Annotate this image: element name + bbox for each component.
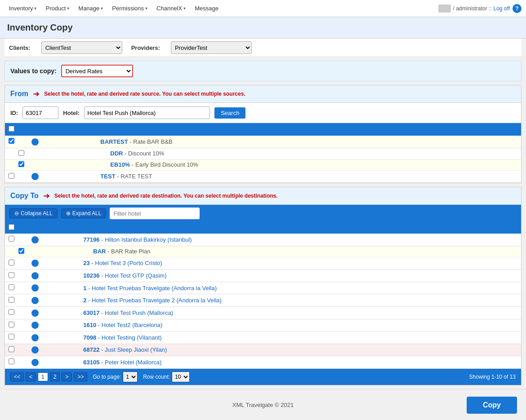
hotel-23-checkbox[interactable]: [9, 260, 14, 265]
providers-label: Providers:: [131, 44, 160, 51]
circle-icon: [31, 334, 39, 341]
plus-icon: ⊕: [66, 210, 71, 217]
top-navbar: Inventory ▾ Product ▾ Manage ▾ Permissio…: [0, 0, 526, 17]
footer: XML Travelgate © 2021 Copy: [0, 389, 526, 420]
circle-icon: [31, 260, 39, 267]
copy-to-title: Copy To: [10, 192, 39, 200]
pagination-bar: << < 1 2 > >> Go to page: 1 2 Row count:…: [5, 369, 521, 385]
hotel-label: Hotel:: [63, 110, 80, 116]
from-rate-table: BARTEST - Rate BAR B&B DDR - Discount 10…: [5, 123, 521, 183]
copy-to-section: Copy To ➜ Select the hotel, rate and der…: [4, 187, 522, 385]
clients-providers-row: Clients: ClientTest Providers: ProviderT…: [4, 39, 522, 57]
goto-page-select[interactable]: 1 2: [123, 371, 138, 382]
values-to-copy-label: Values to copy:: [10, 67, 57, 75]
copy-to-hotel-table: 77196 - Hilton Istanbul Bakirkoy (Istanb…: [5, 222, 521, 369]
nav-manage[interactable]: Manage ▾: [74, 0, 107, 17]
circle-icon: [31, 236, 39, 243]
from-sub-row-ddr: DDR - Discount 10%: [5, 148, 521, 159]
page-title: Inventory Copy: [7, 22, 519, 33]
copy-to-header: Copy To ➜ Select the hotel, rate and der…: [5, 187, 521, 205]
rowcount-label: Row count:: [143, 374, 170, 380]
copy-main-button[interactable]: Copy: [467, 397, 517, 414]
hotel-1-checkbox[interactable]: [9, 284, 14, 290]
circle-icon: [31, 322, 39, 329]
page-first-button[interactable]: <<: [10, 372, 24, 381]
from-sub-row-eb10: EB10% - Early Bird Discount 10%: [5, 159, 521, 170]
rowcount-select[interactable]: 10 25 50: [172, 371, 190, 382]
search-button[interactable]: Search: [214, 107, 245, 119]
hotel-10236-checkbox[interactable]: [9, 272, 14, 278]
circle-icon: [31, 359, 39, 366]
minus-icon: ⊖: [14, 210, 19, 217]
chevron-down-icon: ▾: [101, 6, 103, 11]
hotel-row-7098: 7098 - Hotel Testing (Vilanant): [5, 332, 521, 344]
test-checkbox[interactable]: [9, 173, 14, 179]
chevron-down-icon: ▾: [34, 6, 36, 11]
hotel-name-input[interactable]: [84, 106, 210, 119]
page-2-button[interactable]: 2: [50, 372, 60, 381]
chevron-down-icon: ▾: [67, 6, 69, 11]
bar-rate-checkbox[interactable]: [18, 248, 24, 254]
eb10-checkbox[interactable]: [18, 161, 24, 167]
id-label: ID:: [10, 110, 18, 116]
hotel-7098-checkbox[interactable]: [9, 334, 14, 340]
chevron-down-icon: ▾: [145, 6, 147, 11]
hotel-1610-checkbox[interactable]: [9, 322, 14, 327]
copy-to-select-all-checkbox[interactable]: [9, 224, 14, 230]
from-table-header: [5, 123, 521, 136]
circle-icon: [31, 284, 39, 292]
nav-permissions[interactable]: Permissions ▾: [107, 0, 152, 17]
arrow-right-icon: ➜: [33, 89, 40, 99]
hotel-id-input[interactable]: [22, 106, 58, 119]
clients-label: Clients:: [9, 44, 31, 51]
pagination-controls: << < 1 2 > >> Go to page: 1 2 Row count:…: [10, 371, 190, 382]
hotel-row-10236: 10236 - Hotel Test GTP (Qasim): [5, 270, 521, 282]
hotel-row-1: 1 - Hotel Test Pruebas Travelgate (Andor…: [5, 282, 521, 294]
from-select-all-checkbox[interactable]: [9, 126, 14, 132]
circle-icon: [31, 173, 39, 180]
logoff-link[interactable]: Log off: [494, 5, 510, 12]
page-1-button[interactable]: 1: [38, 372, 48, 381]
page-last-button[interactable]: >>: [74, 372, 87, 381]
hotel-row-77196: 77196 - Hilton Istanbul Bakirkoy (Istanb…: [5, 234, 521, 246]
nav-product[interactable]: Product ▾: [41, 0, 74, 17]
chevron-down-icon: ▾: [183, 6, 186, 11]
copy-to-table-header: [5, 222, 521, 234]
hotel-77196-sub-bar: BAR - BAR Rate Plan: [5, 246, 521, 257]
values-to-copy-bar: Values to copy: Derived Rates: [4, 61, 522, 81]
user-avatar: [438, 4, 451, 13]
nav-inventory[interactable]: Inventory ▾: [4, 0, 41, 17]
hotel-63105-checkbox[interactable]: [9, 358, 14, 364]
hotel-row-23: 23 - Hotel Test 3 (Porto Cristo): [5, 257, 521, 270]
nav-channelx[interactable]: ChannelX ▾: [152, 0, 190, 17]
hotel-row-2: 2 - Hotel Test Pruebas Travelgate 2 (And…: [5, 294, 521, 307]
expand-all-button[interactable]: ⊕ Expand ALL: [61, 208, 107, 218]
from-title: From: [10, 90, 28, 98]
circle-icon: [31, 309, 39, 317]
from-header: From ➜ Select the hotel, rate and derive…: [5, 85, 521, 103]
hotel-row-1610: 1610 - Hotel Test2 (Barcelona): [5, 319, 521, 332]
hotel-68722-checkbox[interactable]: [9, 346, 14, 352]
circle-icon: [31, 272, 39, 279]
copy-to-info: Select the hotel, rate and derived rate …: [54, 193, 278, 199]
from-rate-row-bartest: BARTEST - Rate BAR B&B: [5, 136, 521, 148]
hotel-77196-checkbox[interactable]: [9, 236, 14, 242]
clients-select[interactable]: ClientTest: [41, 41, 122, 54]
hotel-2-checkbox[interactable]: [9, 297, 14, 303]
providers-select[interactable]: ProviderTest: [171, 41, 252, 54]
values-to-copy-select[interactable]: Derived Rates: [61, 65, 133, 77]
from-section: From ➜ Select the hotel, rate and derive…: [4, 85, 522, 183]
showing-count: Showing 1-10 of 13: [469, 374, 516, 380]
hotel-row-63017: 63017 - Hotel Test Push (Mallorca): [5, 306, 521, 319]
collapse-all-button[interactable]: ⊖ Collapse ALL: [9, 208, 58, 218]
hotel-63017-checkbox[interactable]: [9, 309, 14, 315]
page-prev-button[interactable]: <: [26, 372, 36, 381]
hotel-row-68722: 68722 - Just Sleep Jiaoxi (Yilan): [5, 344, 521, 356]
bartest-checkbox[interactable]: [9, 138, 14, 144]
from-search-row: ID: Hotel: Search: [5, 103, 521, 123]
nav-message[interactable]: Message: [190, 0, 223, 17]
page-next-button[interactable]: >: [62, 372, 72, 381]
ddr-checkbox[interactable]: [18, 150, 24, 156]
help-icon[interactable]: ?: [513, 4, 522, 13]
filter-hotel-input[interactable]: [110, 208, 200, 219]
